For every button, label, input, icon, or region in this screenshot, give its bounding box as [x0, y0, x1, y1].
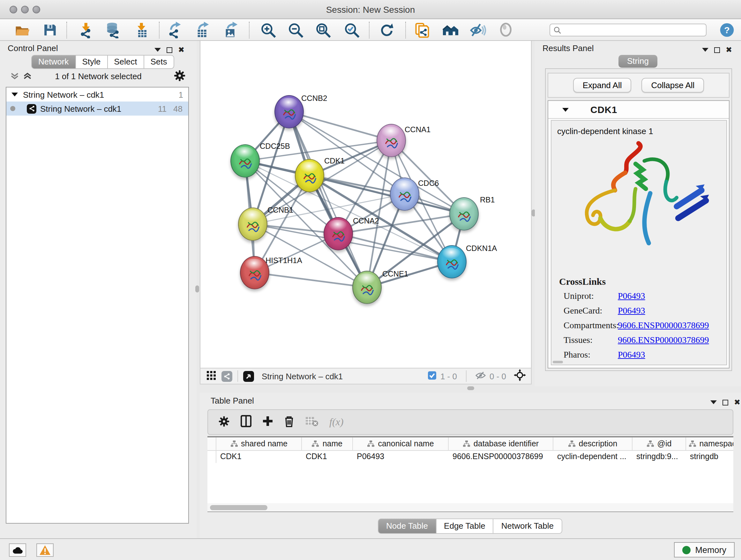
- table-cell[interactable]: CDK1: [216, 451, 302, 463]
- zoom-in-icon[interactable]: [260, 22, 276, 38]
- help-icon[interactable]: ?: [719, 22, 735, 38]
- float-panel-icon[interactable]: [166, 47, 172, 53]
- table-row[interactable]: CDK1CDK1P064939606.ENSP00000378699cyclin…: [207, 451, 733, 463]
- export-image-icon[interactable]: [223, 22, 239, 38]
- delete-column-icon[interactable]: [284, 415, 294, 429]
- table-gear-icon[interactable]: [218, 415, 230, 429]
- refresh-icon[interactable]: [379, 22, 395, 38]
- crosslinks-section: CrossLinks Uniprot:P06493 GeneCard:P0649…: [559, 276, 709, 365]
- memory-button[interactable]: Memory: [674, 542, 735, 557]
- crosslink-uniprot-link[interactable]: P06493: [618, 291, 645, 301]
- network-options-gear-icon[interactable]: [174, 70, 186, 84]
- column-header-canonical-name[interactable]: canonical name: [353, 437, 449, 450]
- network-badge-icon[interactable]: [221, 371, 232, 381]
- column-header-name[interactable]: name: [302, 437, 353, 450]
- table-cell[interactable]: stringdb: [686, 451, 733, 463]
- open-session-icon[interactable]: [13, 22, 30, 38]
- network-node-cdc25b[interactable]: [230, 144, 260, 178]
- table-cell[interactable]: CDK1: [302, 451, 353, 463]
- table-cell[interactable]: stringdb:9...: [632, 451, 686, 463]
- expand-all-button[interactable]: Expand All: [573, 78, 631, 92]
- close-results-icon[interactable]: ✖: [726, 45, 732, 54]
- column-header-namespace[interactable]: namespace: [686, 437, 733, 450]
- zoom-out-icon[interactable]: [287, 22, 304, 38]
- search-input[interactable]: [562, 25, 706, 35]
- collapse-results-icon[interactable]: [702, 48, 709, 52]
- string-home-icon[interactable]: [442, 22, 459, 38]
- network-node-ccna2[interactable]: [324, 217, 353, 250]
- table-cell[interactable]: cyclin-dependent ...: [553, 451, 632, 463]
- zoom-selected-icon[interactable]: [343, 22, 360, 38]
- search-field[interactable]: [549, 23, 706, 37]
- crosslink-tissues-link[interactable]: 9606.ENSP00000378699: [618, 335, 709, 346]
- tab-node-table[interactable]: Node Table: [378, 518, 435, 534]
- cloud-button[interactable]: [9, 543, 26, 557]
- import-network-file-icon[interactable]: [78, 22, 94, 38]
- save-session-icon[interactable]: [42, 22, 58, 38]
- network-selection-status: 1 of 1 Network selected: [0, 71, 197, 81]
- column-header-database-identifier[interactable]: database identifier: [449, 437, 553, 450]
- network-node-rb1[interactable]: [449, 197, 479, 231]
- network-node-ccna1[interactable]: [377, 124, 406, 157]
- crosslink-pharos-link[interactable]: P06493: [618, 350, 645, 360]
- collection-label: String Network – cdk1: [23, 90, 104, 99]
- collapse-table-icon[interactable]: [711, 400, 717, 404]
- network-node-ccnb2[interactable]: [274, 95, 304, 128]
- crosslink-genecard-link[interactable]: P06493: [618, 306, 645, 316]
- collapse-all-button[interactable]: Collapse All: [642, 78, 704, 92]
- tab-network[interactable]: Network: [31, 55, 75, 69]
- hidden-eye-icon[interactable]: [475, 371, 486, 381]
- navigator-icon[interactable]: [243, 371, 254, 381]
- tab-edge-table[interactable]: Edge Table: [435, 518, 493, 534]
- collection-disclosure-icon[interactable]: [11, 92, 18, 97]
- export-table-icon[interactable]: [195, 22, 211, 38]
- network-node-ccne1[interactable]: [352, 271, 382, 304]
- close-panel-icon[interactable]: ✖: [178, 45, 185, 54]
- tab-network-table[interactable]: Network Table: [493, 518, 562, 534]
- table-hscrollbar[interactable]: [207, 503, 733, 511]
- import-table-file-icon[interactable]: [133, 22, 150, 38]
- import-network-database-icon[interactable]: [105, 22, 121, 38]
- float-results-icon[interactable]: [714, 47, 720, 53]
- results-hscroll-thumb[interactable]: [553, 361, 563, 363]
- fit-selected-crosshair-icon[interactable]: [514, 369, 526, 383]
- horizontal-splitter-handle[interactable]: [467, 386, 474, 390]
- network-node-cdk1[interactable]: [295, 159, 324, 192]
- tab-select[interactable]: Select: [107, 55, 143, 69]
- collapse-panel-icon[interactable]: [154, 48, 161, 52]
- add-column-icon[interactable]: [262, 416, 273, 428]
- column-header-shared-name[interactable]: shared name: [216, 437, 302, 450]
- gene-disclosure-icon[interactable]: [562, 108, 569, 111]
- tab-style[interactable]: Style: [75, 55, 107, 69]
- network-node-ccnb1[interactable]: [238, 207, 267, 241]
- hidden-count: 0 - 0: [489, 371, 506, 381]
- tab-sets[interactable]: Sets: [143, 55, 174, 69]
- left-splitter-handle[interactable]: [195, 286, 199, 293]
- gene-section-header[interactable]: CDK1: [548, 101, 729, 119]
- network-node-cdkn1a[interactable]: [437, 245, 467, 278]
- warning-button[interactable]: [37, 543, 54, 557]
- crosslink-compartments-link[interactable]: 9606.ENSP00000378699: [618, 320, 709, 331]
- network-node-hist1h1a[interactable]: [240, 256, 269, 289]
- network-edge[interactable]: [289, 112, 391, 140]
- zoom-fit-icon[interactable]: [315, 22, 331, 38]
- close-table-icon[interactable]: ✖: [734, 398, 740, 407]
- network-row[interactable]: String Network – cdk1 11 48: [6, 102, 188, 116]
- export-network-icon[interactable]: [167, 22, 184, 38]
- show-graphics-details-icon[interactable]: [470, 22, 486, 38]
- network-collection-row[interactable]: String Network – cdk1 1: [6, 87, 188, 102]
- table-cell[interactable]: 9606.ENSP00000378699: [449, 451, 553, 463]
- grid-view-icon[interactable]: [207, 371, 216, 381]
- network-node-cdc6[interactable]: [390, 178, 419, 211]
- results-tab-string[interactable]: String: [618, 55, 658, 68]
- clone-network-icon[interactable]: [414, 22, 430, 38]
- network-canvas[interactable]: CCNB2 CCNA1 CDC25B CDK1 CDC6: [200, 41, 532, 368]
- column-header-description[interactable]: description: [553, 437, 632, 450]
- float-table-icon[interactable]: [723, 399, 728, 405]
- column-header--id[interactable]: @id: [632, 437, 686, 450]
- network-edge[interactable]: [255, 273, 367, 287]
- show-columns-icon[interactable]: [241, 415, 252, 429]
- selected-checkbox-icon[interactable]: [428, 371, 436, 381]
- table-hscroll-thumb[interactable]: [210, 505, 267, 510]
- table-cell[interactable]: P06493: [353, 451, 449, 463]
